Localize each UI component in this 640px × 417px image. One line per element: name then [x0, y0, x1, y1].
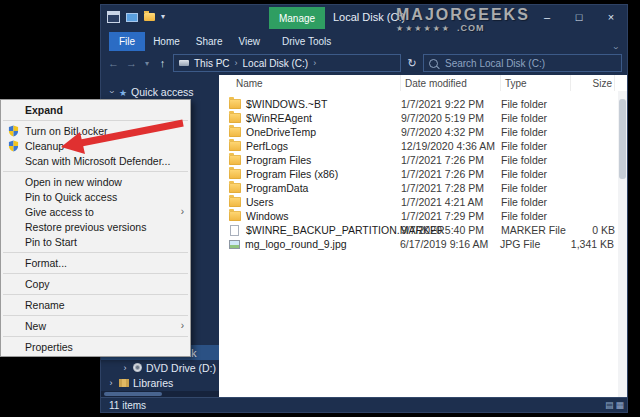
properties-icon[interactable] — [126, 13, 138, 22]
context-menu-item[interactable]: Cleanup — [1, 138, 190, 153]
quick-access-toolbar: ▾ — [126, 13, 165, 22]
column-header-name[interactable]: Name — [219, 75, 401, 91]
context-menu-item-label: Restore previous versions — [25, 221, 146, 233]
file-row[interactable]: mg_logo_round_9.jpg 6/17/2019 9:16 AM JP… — [219, 237, 627, 251]
context-menu-item[interactable]: Format... — [1, 255, 190, 270]
tree-chevron-icon[interactable] — [107, 87, 115, 97]
sidebar-item-icon — [119, 86, 127, 98]
customize-toolbar-chevron-icon[interactable]: ▾ — [161, 13, 165, 21]
sidebar-item[interactable]: Libraries — [101, 375, 219, 390]
column-header-type[interactable]: Type — [501, 75, 571, 91]
file-name: Program Files (x86) — [246, 168, 401, 180]
details-view-icon[interactable]: ▤ — [605, 400, 614, 411]
column-header-size[interactable]: Size — [571, 75, 615, 91]
scrollbar-thumb[interactable] — [619, 99, 626, 179]
submenu-chevron-icon — [181, 206, 184, 217]
file-type-icon — [229, 240, 240, 249]
file-name: Program Files — [246, 154, 401, 166]
context-menu-item[interactable]: New — [1, 318, 190, 333]
close-button[interactable]: × — [595, 5, 627, 29]
file-row[interactable]: Program Files 1/7/2021 7:26 PM File fold… — [219, 153, 627, 167]
context-menu-item-label: Cleanup — [25, 140, 64, 152]
context-menu-item[interactable]: Turn on BitLocker — [1, 123, 190, 138]
column-header-date-modified[interactable]: Date modified — [401, 75, 501, 91]
context-menu-item[interactable]: Open in new window — [1, 174, 190, 189]
ribbon-tab-label: Drive Tools — [282, 36, 331, 47]
file-row[interactable]: $WinREAgent 9/7/2020 5:19 PM File folder — [219, 111, 627, 125]
ribbon-tab[interactable]: File — [109, 32, 145, 51]
submenu-chevron-icon — [181, 320, 184, 331]
file-type-icon — [229, 155, 241, 165]
breadcrumb-this-pc[interactable]: This PC — [194, 58, 230, 69]
context-menu-item-label: Give access to — [25, 206, 94, 218]
file-type: JPG File — [500, 238, 570, 250]
refresh-icon[interactable]: ↻ — [404, 57, 420, 70]
back-button[interactable]: ← — [106, 57, 121, 69]
context-menu-item-label: Format... — [25, 257, 67, 269]
file-row[interactable]: $WINRE_BACKUP_PARTITION.MARKER 9/7/2020 … — [219, 223, 627, 237]
file-type-icon — [230, 225, 239, 236]
breadcrumb-chevron-icon[interactable]: › — [235, 58, 238, 68]
column-headers: Name Date modified Type Size — [219, 75, 627, 91]
ribbon-tab[interactable]: View — [231, 32, 269, 51]
file-type: File folder — [501, 126, 571, 138]
breadcrumb[interactable]: This PC › Local Disk (C:) › — [173, 54, 401, 72]
file-row[interactable]: OneDriveTemp 9/7/2020 4:32 PM File folde… — [219, 125, 627, 139]
sidebar-item-label: Quick access — [131, 86, 193, 98]
breadcrumb-chevron-icon[interactable]: › — [313, 58, 316, 68]
ribbon-tab-label: File — [119, 36, 135, 47]
file-type-icon — [229, 113, 241, 123]
file-type: File folder — [501, 182, 571, 194]
file-row[interactable]: PerfLogs 12/19/2020 4:36 AM File folder — [219, 139, 627, 153]
ribbon-tab[interactable]: Share — [188, 32, 231, 51]
search-box[interactable] — [423, 54, 622, 72]
context-menu-item[interactable]: Pin to Quick access — [1, 189, 190, 204]
file-name: ProgramData — [246, 182, 401, 194]
file-date-modified: 9/7/2020 5:19 PM — [401, 112, 501, 124]
forward-button[interactable]: → — [124, 57, 139, 69]
context-menu-item[interactable]: Properties — [1, 339, 190, 354]
file-date-modified: 1/7/2021 7:26 PM — [401, 154, 501, 166]
ribbon-tab-label: Home — [153, 36, 180, 47]
file-row[interactable]: Program Files (x86) 1/7/2021 7:26 PM Fil… — [219, 167, 627, 181]
sidebar-item[interactable]: Quick access — [101, 84, 219, 99]
context-menu-item-label: Pin to Start — [25, 236, 77, 248]
context-menu-item[interactable]: Rename — [1, 297, 190, 312]
context-menu-item[interactable]: Give access to — [1, 204, 190, 219]
sidebar-item-icon — [119, 379, 129, 387]
breadcrumb-current[interactable]: Local Disk (C:) — [243, 58, 309, 69]
context-menu-item[interactable]: Restore previous versions — [1, 219, 190, 234]
file-row[interactable]: ProgramData 1/7/2021 7:28 PM File folder — [219, 181, 627, 195]
search-icon — [429, 59, 438, 68]
scrollbar-thumb[interactable] — [104, 392, 162, 396]
file-list: $WINDOWS.~BT 1/7/2021 9:22 PM File folde… — [219, 91, 627, 251]
tree-chevron-icon[interactable] — [121, 363, 129, 373]
vertical-scrollbar[interactable] — [618, 91, 627, 397]
file-type: File folder — [501, 98, 571, 110]
file-date-modified: 1/7/2021 7:29 PM — [401, 210, 501, 222]
new-folder-icon[interactable] — [144, 13, 155, 21]
file-date-modified: 9/7/2020 5:40 PM — [401, 224, 501, 236]
context-menu-item[interactable]: Pin to Start — [1, 234, 190, 249]
maximize-button[interactable]: □ — [563, 5, 595, 29]
recent-locations-chevron-icon[interactable]: ▾ — [142, 59, 152, 68]
file-row[interactable]: Users 1/7/2021 4:21 AM File folder — [219, 195, 627, 209]
context-menu-item[interactable]: Expand — [1, 102, 190, 117]
file-row[interactable]: $WINDOWS.~BT 1/7/2021 9:22 PM File folde… — [219, 97, 627, 111]
file-type-icon — [229, 99, 241, 109]
manage-contextual-label: Manage — [269, 7, 325, 29]
ribbon-tab[interactable]: Drive Tools — [274, 32, 339, 51]
context-menu-item[interactable]: Scan with Microsoft Defender... — [1, 153, 190, 168]
ribbon-tab[interactable]: Home — [145, 32, 188, 51]
file-type: File folder — [501, 112, 571, 124]
search-input[interactable] — [443, 57, 616, 70]
uac-shield-icon — [8, 140, 19, 152]
minimize-button[interactable]: – — [531, 5, 563, 29]
file-row[interactable]: Windows 1/7/2021 7:29 PM File folder — [219, 209, 627, 223]
tree-chevron-icon[interactable] — [107, 378, 115, 388]
up-button[interactable]: ↑ — [155, 57, 170, 69]
large-icons-view-icon[interactable]: ▦ — [615, 400, 624, 411]
sidebar-item[interactable]: DVD Drive (D:) — [101, 360, 219, 375]
file-name: mg_logo_round_9.jpg — [245, 238, 400, 250]
context-menu-item[interactable]: Copy — [1, 276, 190, 291]
